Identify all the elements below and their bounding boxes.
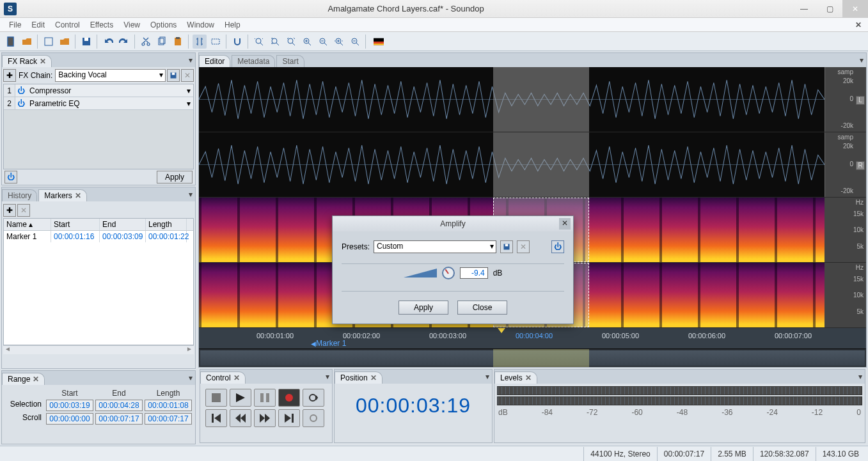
paste-icon[interactable] [171, 35, 185, 49]
scroll-length-input[interactable]: 00:00:07:17 [145, 413, 192, 425]
zoom-out-full-icon[interactable] [252, 35, 266, 49]
tab-control[interactable]: Control✕ [200, 371, 246, 384]
presets-select[interactable]: Custom [374, 240, 496, 253]
panel-menu-icon[interactable]: ▾ [860, 56, 864, 65]
scroll-start-input[interactable]: 00:00:00:00 [46, 413, 93, 425]
dialog-close-button[interactable]: Close [457, 301, 507, 315]
dialog-apply-button[interactable]: Apply [398, 301, 448, 315]
close-icon[interactable]: ✕ [33, 375, 39, 384]
dialog-close-button[interactable]: ✕ [559, 218, 571, 230]
menu-edit[interactable]: Edit [28, 19, 49, 31]
save-icon[interactable] [79, 35, 93, 49]
horizontal-scrollbar[interactable] [3, 345, 194, 354]
panel-menu-icon[interactable]: ▾ [189, 190, 193, 199]
skip-end-button[interactable] [278, 409, 300, 427]
menu-close-icon[interactable]: ✕ [851, 19, 865, 31]
menu-file[interactable]: File [5, 19, 25, 31]
timeline-marker[interactable]: ◀Marker 1 [311, 339, 346, 348]
fx-name[interactable]: Parametric EQ [27, 99, 184, 108]
waveform-right[interactable]: samp 20k 0 -20k R [199, 132, 866, 198]
skip-start-button[interactable] [205, 409, 227, 427]
close-icon[interactable]: ✕ [75, 191, 81, 200]
spectral-toggle-icon[interactable] [370, 35, 388, 49]
zoom-in-v-icon[interactable] [332, 35, 346, 49]
col-start[interactable]: Start [51, 219, 100, 230]
menu-help[interactable]: Help [221, 19, 244, 31]
zoom-in-icon[interactable] [300, 35, 314, 49]
save-preset-button[interactable] [500, 240, 513, 253]
gain-knob[interactable] [442, 267, 455, 279]
col-end[interactable]: End [100, 219, 146, 230]
add-marker-button[interactable]: ✚ [3, 204, 16, 217]
channel-l-toggle[interactable]: L [856, 96, 865, 105]
snap-icon[interactable] [230, 35, 244, 49]
menu-view[interactable]: View [120, 19, 144, 31]
col-name[interactable]: Name ▴ [4, 219, 51, 230]
gain-input[interactable]: -9.4 [460, 267, 488, 279]
cut-icon[interactable] [139, 35, 153, 49]
selection-length-input[interactable]: 00:00:01:08 [145, 400, 192, 411]
undo-icon[interactable] [101, 35, 115, 49]
chevron-down-icon[interactable]: ▾ [184, 99, 193, 108]
record-button[interactable] [278, 389, 300, 407]
position-display[interactable]: 00:00:03:19 [336, 385, 491, 426]
close-icon[interactable]: ✕ [40, 57, 46, 66]
tab-metadata[interactable]: Metadata [232, 55, 275, 67]
zoom-selection-icon[interactable] [268, 35, 282, 49]
tab-start[interactable]: Start [276, 55, 304, 67]
waveform-left[interactable]: samp 20k 0 -20k L [199, 67, 866, 132]
redo-icon[interactable] [117, 35, 131, 49]
panel-menu-icon[interactable]: ▾ [326, 372, 329, 381]
overview-scrollbar[interactable] [199, 349, 866, 367]
fx-apply-button[interactable]: Apply [157, 171, 193, 184]
close-button[interactable]: ✕ [842, 0, 868, 18]
play-button[interactable] [230, 389, 251, 407]
zoom-reset-icon[interactable] [284, 35, 298, 49]
fx-chain-select[interactable]: Backing Vocal [55, 69, 166, 82]
power-icon[interactable]: ⏻ [15, 99, 27, 108]
new-multitrack-icon[interactable] [42, 35, 56, 49]
pause-button[interactable] [254, 389, 276, 407]
close-icon[interactable]: ✕ [525, 373, 532, 382]
panel-menu-icon[interactable]: ▾ [189, 373, 193, 382]
scroll-end-input[interactable]: 00:00:07:17 [95, 413, 143, 425]
delete-preset-button[interactable]: ✕ [517, 240, 530, 253]
chevron-down-icon[interactable]: ▾ [184, 86, 193, 95]
zoom-out-icon[interactable] [316, 35, 330, 49]
zoom-out-v-icon[interactable] [348, 35, 362, 49]
menu-window[interactable]: Window [183, 19, 218, 31]
col-length[interactable]: Length [146, 219, 187, 230]
close-icon[interactable]: ✕ [233, 373, 240, 382]
rewind-button[interactable] [230, 409, 251, 427]
tab-history[interactable]: History [2, 189, 37, 201]
loop-button[interactable] [303, 389, 324, 407]
table-row[interactable]: Marker 1 00:00:01:16 00:00:03:09 00:00:0… [4, 231, 193, 242]
new-file-icon[interactable] [4, 35, 18, 49]
selection-start-input[interactable]: 00:00:03:19 [46, 400, 93, 411]
time-select-icon[interactable] [193, 35, 207, 49]
maximize-button[interactable]: ▢ [817, 0, 842, 18]
open-multitrack-icon[interactable] [58, 35, 72, 49]
menu-options[interactable]: Options [146, 19, 180, 31]
power-all-button[interactable]: ⏻ [4, 171, 17, 184]
tab-editor[interactable]: Editor [199, 55, 230, 67]
panel-menu-icon[interactable]: ▾ [858, 372, 862, 381]
bypass-button[interactable]: ⏻ [551, 240, 564, 253]
selection-end-input[interactable]: 00:00:04:28 [95, 400, 143, 411]
fx-name[interactable]: Compressor [27, 86, 184, 95]
panel-menu-icon[interactable]: ▾ [485, 372, 489, 381]
close-icon[interactable]: ✕ [370, 373, 377, 382]
power-icon[interactable]: ⏻ [15, 86, 27, 95]
save-chain-button[interactable] [167, 69, 180, 82]
tab-markers[interactable]: Markers✕ [38, 189, 86, 201]
delete-marker-button[interactable]: ✕ [17, 204, 30, 217]
minimize-button[interactable]: — [791, 0, 817, 18]
stop-button[interactable] [205, 389, 227, 407]
timeline[interactable]: 00:00:01:00 00:00:02:00 00:00:03:00 00:0… [199, 328, 866, 348]
tab-levels[interactable]: Levels✕ [494, 371, 537, 384]
tab-range[interactable]: Range✕ [2, 373, 45, 385]
tab-position[interactable]: Position✕ [335, 371, 383, 384]
copy-icon[interactable] [155, 35, 169, 49]
open-file-icon[interactable] [20, 35, 34, 49]
menu-effects[interactable]: Effects [86, 19, 117, 31]
